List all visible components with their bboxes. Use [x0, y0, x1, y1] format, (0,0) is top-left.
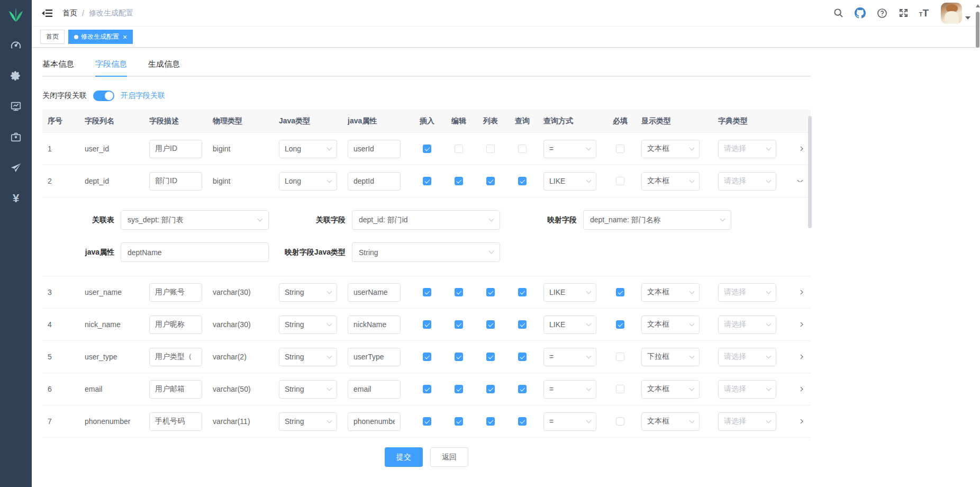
dict-type-select[interactable]: 请选择	[718, 140, 776, 158]
insert-checkbox[interactable]	[423, 353, 431, 361]
insert-checkbox[interactable]	[423, 385, 431, 393]
github-icon[interactable]	[854, 7, 867, 20]
expand-arrow-icon[interactable]	[797, 290, 803, 294]
table-scrollbar[interactable]	[808, 116, 812, 228]
tag-home[interactable]: 首页	[40, 30, 65, 44]
insert-checkbox[interactable]	[423, 320, 431, 329]
insert-checkbox[interactable]	[423, 417, 431, 426]
display-type-select[interactable]: 文本框	[641, 380, 700, 399]
list-checkbox[interactable]	[486, 177, 495, 185]
insert-checkbox[interactable]	[423, 288, 431, 296]
column-desc-input[interactable]	[149, 315, 202, 334]
edit-checkbox[interactable]	[455, 320, 463, 329]
search-icon[interactable]	[832, 7, 845, 20]
expand-arrow-icon[interactable]	[797, 419, 803, 423]
relation-table-select[interactable]: sys_dept: 部门表	[121, 210, 269, 230]
display-type-select[interactable]: 文本框	[641, 283, 700, 302]
query-checkbox[interactable]	[518, 177, 527, 185]
java-type-select[interactable]: Long	[279, 172, 337, 191]
column-desc-input[interactable]	[149, 380, 202, 399]
dict-type-select[interactable]: 请选择	[718, 412, 776, 431]
back-button[interactable]: 返回	[430, 447, 468, 467]
query-checkbox[interactable]	[518, 145, 527, 153]
query-checkbox[interactable]	[518, 385, 527, 393]
sidebar-item-guide[interactable]	[0, 152, 32, 183]
java-type-select[interactable]: String	[279, 283, 337, 302]
map-java-attr-input[interactable]	[121, 242, 269, 262]
edit-checkbox[interactable]	[455, 288, 463, 296]
query-type-select[interactable]: LIKE	[543, 283, 596, 302]
required-checkbox[interactable]	[616, 353, 624, 361]
sidebar-item-pay[interactable]: ¥	[0, 183, 32, 214]
required-checkbox[interactable]	[616, 320, 624, 329]
edit-checkbox[interactable]	[455, 417, 463, 426]
relation-toggle[interactable]	[93, 91, 114, 101]
font-size-icon[interactable]: TT	[919, 7, 929, 19]
list-checkbox[interactable]	[486, 288, 495, 296]
query-checkbox[interactable]	[518, 417, 527, 426]
edit-checkbox[interactable]	[455, 385, 463, 393]
display-type-select[interactable]: 文本框	[641, 172, 700, 191]
tab-field-info[interactable]: 字段信息	[95, 59, 127, 77]
java-type-select[interactable]: Long	[279, 140, 337, 158]
required-checkbox[interactable]	[616, 417, 624, 426]
close-tag-icon[interactable]: ×	[123, 33, 127, 41]
query-type-select[interactable]: LIKE	[543, 172, 596, 191]
required-checkbox[interactable]	[616, 177, 624, 185]
expand-arrow-icon[interactable]	[797, 147, 803, 151]
java-type-select[interactable]: String	[279, 315, 337, 334]
sidebar-item-tool[interactable]	[0, 122, 32, 152]
java-attr-input[interactable]	[348, 315, 401, 334]
expand-arrow-icon[interactable]	[797, 322, 803, 327]
expand-arrow-icon[interactable]	[797, 387, 803, 391]
java-attr-input[interactable]	[348, 283, 401, 302]
dict-type-select[interactable]: 请选择	[718, 380, 776, 399]
map-java-type-select[interactable]: String	[352, 242, 500, 262]
edit-checkbox[interactable]	[455, 353, 463, 361]
required-checkbox[interactable]	[616, 385, 624, 393]
java-type-select[interactable]: String	[279, 348, 337, 366]
expand-arrow-icon[interactable]	[797, 355, 803, 359]
query-type-select[interactable]: LIKE	[543, 315, 596, 334]
display-type-select[interactable]: 文本框	[641, 315, 700, 334]
app-logo[interactable]	[0, 0, 32, 30]
tab-generate-info[interactable]: 生成信息	[148, 59, 180, 77]
scroll-up-arrow-icon[interactable]	[976, 4, 980, 7]
required-checkbox[interactable]	[616, 288, 624, 296]
list-checkbox[interactable]	[486, 385, 495, 393]
column-desc-input[interactable]	[149, 283, 202, 302]
sidebar-item-system[interactable]	[0, 60, 32, 91]
list-checkbox[interactable]	[486, 353, 495, 361]
dict-type-select[interactable]: 请选择	[718, 315, 776, 334]
fullscreen-icon[interactable]	[897, 7, 910, 20]
query-type-select[interactable]: =	[543, 140, 596, 158]
display-type-select[interactable]: 下拉框	[641, 348, 700, 366]
edit-checkbox[interactable]	[455, 177, 463, 185]
user-menu[interactable]	[941, 3, 970, 24]
help-icon[interactable]	[876, 7, 888, 20]
column-desc-input[interactable]	[149, 172, 202, 191]
edit-checkbox[interactable]	[455, 145, 463, 153]
query-checkbox[interactable]	[518, 353, 527, 361]
column-desc-input[interactable]	[149, 140, 202, 158]
column-desc-input[interactable]	[149, 348, 202, 366]
dict-type-select[interactable]: 请选择	[718, 172, 776, 191]
tab-basic-info[interactable]: 基本信息	[42, 59, 74, 77]
dict-type-select[interactable]: 请选择	[718, 283, 776, 302]
insert-checkbox[interactable]	[423, 145, 431, 153]
java-attr-input[interactable]	[348, 348, 401, 366]
avatar[interactable]	[941, 3, 962, 24]
query-type-select[interactable]: =	[543, 412, 596, 431]
dict-type-select[interactable]: 请选择	[718, 348, 776, 366]
collapse-menu-icon[interactable]	[38, 4, 56, 22]
java-attr-input[interactable]	[348, 140, 401, 158]
scrollbar-thumb[interactable]	[976, 12, 979, 48]
column-desc-input[interactable]	[149, 412, 202, 431]
java-type-select[interactable]: String	[279, 412, 337, 431]
java-attr-input[interactable]	[348, 412, 401, 431]
query-checkbox[interactable]	[518, 320, 527, 329]
window-scrollbar[interactable]	[975, 0, 980, 487]
display-type-select[interactable]: 文本框	[641, 412, 700, 431]
list-checkbox[interactable]	[486, 417, 495, 426]
insert-checkbox[interactable]	[423, 177, 431, 185]
